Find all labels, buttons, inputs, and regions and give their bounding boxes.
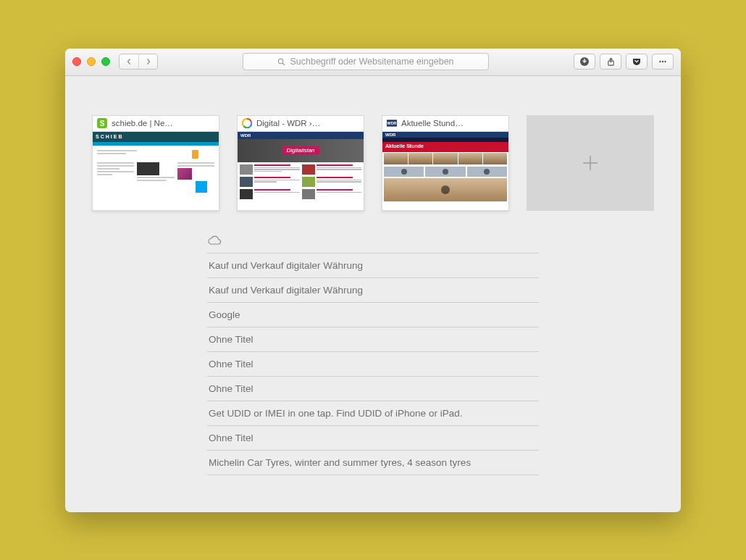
reading-list-item[interactable]: Ohne Titel	[207, 351, 539, 376]
reading-list-item[interactable]: Google	[207, 302, 539, 327]
reading-list-item[interactable]: Kauf und Verkauf digitaler Währung	[207, 277, 539, 302]
forward-button[interactable]	[138, 54, 157, 69]
reading-list-item[interactable]: Kauf und Verkauf digitaler Währung	[207, 253, 539, 277]
hero-label: Digitalistan	[282, 146, 319, 154]
close-window-button[interactable]	[72, 57, 81, 66]
downloads-button[interactable]	[574, 54, 595, 70]
browser-window: Suchbegriff oder Websitename eingeben	[65, 49, 681, 512]
share-icon	[606, 57, 616, 67]
svg-line-1	[283, 63, 285, 64]
svg-point-4	[659, 61, 661, 62]
fullscreen-window-button[interactable]	[101, 57, 110, 66]
favorites-row: S schieb.de | Ne… SCHIEB	[65, 76, 681, 228]
favorite-tile-aktuelle-stunde[interactable]: WDR Aktuelle Stund… WDR Aktuelle Stunde	[382, 115, 509, 211]
favorite-thumbnail: SCHIEB	[92, 131, 219, 211]
address-placeholder: Suchbegriff oder Websitename eingeben	[290, 57, 453, 67]
favorite-title: schieb.de | Ne…	[112, 119, 173, 128]
address-bar[interactable]: Suchbegriff oder Websitename eingeben	[243, 53, 489, 70]
favicon-google	[242, 118, 252, 128]
reading-list-label: Michelin Car Tyres, winter and summer ty…	[209, 457, 471, 468]
chevron-right-icon	[146, 59, 151, 64]
reading-list-label: Get UDID or IMEI in one tap. Find UDID o…	[209, 408, 462, 419]
favorite-tile-schieb[interactable]: S schieb.de | Ne… SCHIEB	[92, 115, 219, 211]
favorite-header: WDR Aktuelle Stund…	[382, 115, 509, 131]
share-button[interactable]	[600, 54, 621, 70]
reading-list-label: Google	[209, 309, 240, 320]
favorite-tile-wdr-digital[interactable]: Digital - WDR ›… WDR Digitalistan	[237, 115, 364, 211]
add-favorite-tile[interactable]	[527, 115, 654, 211]
favicon-wdr: WDR	[387, 118, 397, 128]
svg-text:S: S	[100, 120, 105, 128]
pocket-button[interactable]	[626, 54, 647, 70]
reading-list: Kauf und Verkauf digitaler Währung Kauf …	[207, 235, 539, 475]
pocket-icon	[632, 57, 642, 67]
more-button[interactable]	[652, 54, 674, 70]
plus-icon	[580, 153, 600, 173]
svg-point-6	[664, 61, 666, 62]
favorite-header: Digital - WDR ›…	[237, 115, 364, 131]
cloud-icon	[207, 235, 539, 248]
favorite-title: Digital - WDR ›…	[256, 119, 320, 128]
svg-point-5	[662, 61, 663, 62]
reading-list-label: Ohne Titel	[209, 432, 253, 443]
favicon-schieb: S	[97, 118, 107, 128]
back-button[interactable]	[120, 54, 138, 69]
svg-text:WDR: WDR	[387, 121, 397, 125]
reading-list-item[interactable]: Ohne Titel	[207, 376, 539, 401]
reading-list-item[interactable]: Ohne Titel	[207, 327, 539, 351]
download-icon	[579, 57, 590, 67]
reading-list-label: Kauf und Verkauf digitaler Währung	[209, 285, 363, 296]
reading-list-item[interactable]: Get UDID or IMEI in one tap. Find UDID o…	[207, 401, 539, 425]
toolbar-right	[574, 54, 674, 70]
start-page: S schieb.de | Ne… SCHIEB	[65, 76, 681, 512]
search-icon	[277, 58, 285, 66]
favorite-header: S schieb.de | Ne…	[92, 115, 219, 131]
favorite-thumbnail: WDR Digitalistan	[237, 131, 364, 211]
reading-list-label: Ohne Titel	[209, 334, 253, 345]
favorite-title: Aktuelle Stund…	[401, 119, 464, 128]
favorite-thumbnail: WDR Aktuelle Stunde	[382, 131, 509, 211]
chevron-left-icon	[126, 59, 132, 64]
banner-label: Aktuelle Stunde	[382, 142, 508, 152]
minimize-window-button[interactable]	[87, 57, 96, 66]
nav-buttons	[119, 54, 158, 70]
reading-list-label: Ohne Titel	[209, 383, 253, 394]
reading-list-label: Kauf und Verkauf digitaler Währung	[209, 260, 363, 271]
reading-list-item[interactable]: Michelin Car Tyres, winter and summer ty…	[207, 450, 539, 475]
wdr-label: WDR	[385, 133, 395, 137]
more-icon	[658, 57, 668, 67]
reading-list-label: Ohne Titel	[209, 359, 253, 369]
toolbar: Suchbegriff oder Websitename eingeben	[65, 49, 681, 76]
window-controls	[72, 57, 110, 66]
reading-list-item[interactable]: Ohne Titel	[207, 425, 539, 450]
